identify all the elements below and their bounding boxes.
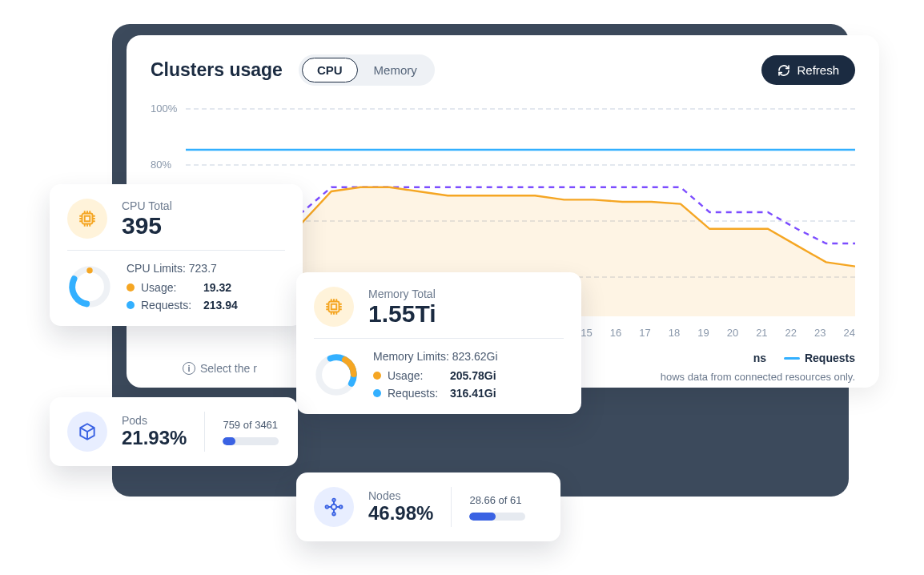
cpu-icon [67,199,107,239]
legend-swatch-requests [784,357,800,360]
nodes-icon [314,487,354,527]
chart-header: Clusters usage CPU Memory Refresh [151,54,855,86]
refresh-label: Refresh [797,63,839,77]
cpu-usage-label: Usage: [141,281,197,294]
pods-sub: 759 of 3461 [223,419,279,431]
nodes-value: 46.98% [368,502,433,525]
cpu-total-value: 395 [122,212,172,239]
svg-rect-1 [85,216,90,222]
dot-usage-icon [127,283,135,292]
nodes-sub: 28.66 of 61 [469,494,525,506]
nodes-card: Nodes 46.98% 28.66 of 61 [296,472,560,541]
x-tick: 18 [669,327,680,339]
memory-usage-value: 205.78Gi [450,369,501,382]
pods-value: 21.93% [122,427,187,449]
svg-point-14 [339,505,342,508]
refresh-button[interactable]: Refresh [761,55,855,85]
cpu-donut-icon [67,264,112,309]
x-tick: 17 [639,327,650,339]
memory-icon [314,287,354,327]
memory-total-value: 1.55Ti [368,300,436,327]
memory-total-card: Memory Total 1.55Ti Memory Limits: 823.6… [296,272,581,414]
memory-requests-label: Requests: [388,387,444,400]
x-tick: 16 [610,327,621,339]
cpu-usage-value: 19.32 [203,281,255,294]
pods-icon [67,412,107,452]
nodes-progress [469,513,525,521]
svg-point-4 [86,267,92,273]
tab-cpu[interactable]: CPU [302,58,358,82]
info-hint: i Select the r [183,362,257,375]
legend-requests: Requests [784,352,855,364]
metric-toggle: CPU Memory [299,54,435,86]
x-tick: 21 [756,327,767,339]
y-tick: 100% [151,103,177,115]
nodes-label: Nodes [368,489,433,502]
y-tick: 80% [151,159,171,171]
dot-requests-icon [127,301,135,309]
svg-point-13 [326,505,328,508]
cpu-total-label: CPU Total [122,199,172,212]
pods-progress [223,437,279,445]
svg-point-12 [332,513,335,515]
pods-card: Pods 21.93% 759 of 3461 [50,397,298,466]
x-tick: 15 [581,327,592,339]
dot-requests-icon [373,389,381,397]
memory-usage-label: Usage: [388,369,444,382]
x-tick: 24 [844,327,855,339]
legend-allocations: ns [753,352,766,364]
x-tick: 19 [697,327,709,339]
svg-rect-6 [331,304,337,310]
cpu-limits-label: CPU Limits: 723.7 [127,262,255,275]
svg-rect-0 [82,214,93,224]
cpu-total-card: CPU Total 395 CPU Limits: 723.7 Usage: 1… [50,184,303,326]
refresh-icon [777,64,790,77]
memory-donut-icon [314,352,359,397]
cpu-requests-label: Requests: [141,299,197,312]
svg-point-11 [332,499,335,501]
info-icon: i [183,362,195,375]
cpu-requests-value: 213.94 [203,299,255,312]
x-tick: 20 [727,327,738,339]
memory-total-label: Memory Total [368,288,436,300]
svg-point-10 [331,505,337,510]
svg-rect-5 [329,302,339,312]
memory-requests-value: 316.41Gi [450,387,501,400]
chart-title: Clusters usage [151,59,283,81]
tab-memory[interactable]: Memory [360,58,432,82]
dot-usage-icon [373,372,381,380]
pods-label: Pods [122,414,187,427]
memory-limits-label: Memory Limits: 823.62Gi [373,350,501,363]
x-tick: 23 [814,327,826,339]
x-tick: 22 [785,327,797,339]
